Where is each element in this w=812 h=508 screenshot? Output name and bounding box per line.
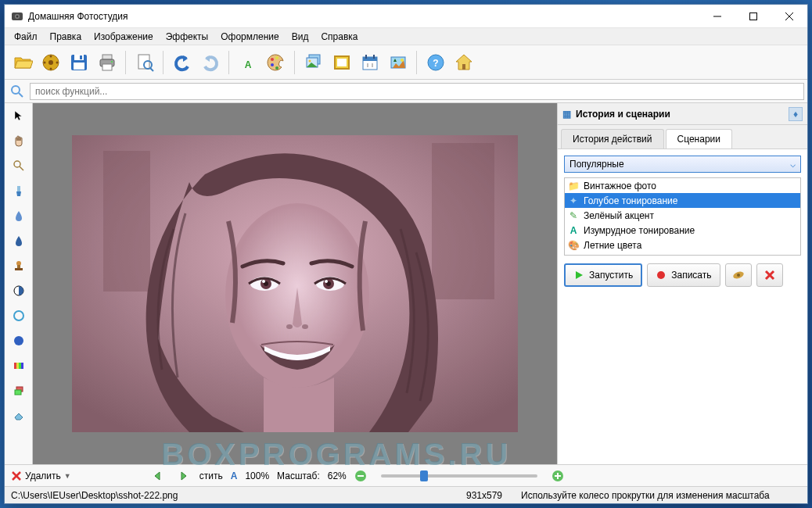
panel-title: История и сценарии [576,109,670,120]
scenario-item[interactable]: ✦Голубое тонирование [565,193,800,208]
postcard-button[interactable] [385,49,411,76]
panel-header: ▦ История и сценарии ♦ [558,103,807,125]
tab-content: Популярные ⌵ 📁Винтажное фото ✦Голубое то… [558,148,807,464]
menubar: Файл Правка Изображение Эффекты Оформлен… [5,28,807,45]
menu-help[interactable]: Справка [314,30,364,44]
svg-rect-16 [74,63,84,70]
menu-decoration[interactable]: Оформление [214,30,285,44]
undo-button[interactable] [169,49,196,76]
scale-letter[interactable]: А [231,470,238,481]
zoom-slider[interactable] [381,474,537,478]
svg-rect-14 [74,55,84,60]
status-dimensions: 931x579 [457,490,512,501]
main-toolbar: A ? [5,45,807,80]
main-area: ▦ История и сценарии ♦ История действий … [5,103,807,464]
svg-point-31 [309,59,311,62]
text-button[interactable]: A [235,49,261,76]
svg-point-10 [50,67,52,70]
scale-label: Масштаб: [277,470,320,481]
zoom-handle[interactable] [420,470,428,481]
home-button[interactable] [451,49,477,76]
zoom-tool[interactable] [9,156,28,175]
menu-file[interactable]: Файл [8,30,44,44]
statusbar: C:\Users\IEUser\Desktop\sshot-222.png 93… [5,486,807,503]
preview-button[interactable] [131,49,158,76]
collapse-button[interactable]: ♦ [789,107,803,121]
pencil-icon: ✎ [568,210,579,221]
batch-button[interactable] [38,49,64,76]
svg-rect-15 [80,55,82,59]
svg-rect-58 [19,363,21,369]
redo-button[interactable] [197,49,224,76]
zoom-out-icon[interactable] [354,470,367,482]
titlebar: Домашняя Фотостудия [5,5,807,28]
run-button[interactable]: Запустить [564,263,642,287]
separator [416,51,418,74]
maximize-button[interactable] [735,5,771,28]
app-icon [11,10,23,23]
scenario-list[interactable]: 📁Винтажное фото ✦Голубое тонирование ✎Зе… [564,177,801,256]
search-input[interactable] [30,83,804,100]
tab-history[interactable]: История действий [561,129,664,148]
svg-line-46 [19,93,23,97]
left-toolbar [5,103,33,464]
stamp-tool[interactable] [9,256,28,275]
palette-button[interactable] [263,49,289,76]
help-button[interactable]: ? [422,49,449,76]
right-panel: ▦ История и сценарии ♦ История действий … [557,103,807,464]
frame-button[interactable] [329,49,355,76]
svg-rect-61 [15,390,21,395]
menu-image[interactable]: Изображение [88,30,160,44]
scenario-item[interactable]: ✎Зелёный акцент [565,208,800,223]
images-button[interactable] [300,49,327,76]
menu-view[interactable]: Вид [286,30,315,44]
delete-scenario-button[interactable] [756,263,783,287]
gradient-tool[interactable] [9,356,28,375]
svg-point-45 [12,86,20,94]
menu-effects[interactable]: Эффекты [160,30,215,44]
close-button[interactable] [771,5,807,28]
circle-tool[interactable] [9,331,28,350]
save-button[interactable] [66,49,92,76]
svg-point-12 [56,61,59,63]
scenario-item[interactable]: 📁Винтажное фото [565,178,800,193]
tab-scenarios[interactable]: Сценарии [666,129,732,148]
calendar-button[interactable] [357,49,383,76]
layers-tool[interactable] [9,381,28,400]
open-folder-button[interactable] [9,49,36,76]
scenario-item[interactable]: 🎨Летние цвета [565,238,800,252]
folder-icon: 📁 [568,181,579,191]
delete-button[interactable]: Удалить ▼ [11,470,71,481]
next-button[interactable] [174,467,192,485]
record-button[interactable]: Записать [647,263,720,287]
svg-rect-63 [103,151,150,292]
drop-tool[interactable] [9,206,28,225]
contrast-tool[interactable] [9,281,28,300]
ring-tool[interactable] [9,306,28,325]
zoom-in-icon[interactable] [552,470,564,482]
svg-rect-19 [102,64,112,70]
brush-tool[interactable] [9,181,28,200]
prev-button[interactable] [149,467,167,485]
status-path: C:\Users\IEUser\Desktop\sshot-222.png [11,490,457,501]
titlebar-text: Домашняя Фотостудия [28,11,699,22]
pointer-tool[interactable] [9,106,28,125]
canvas-area[interactable] [33,103,557,464]
svg-point-26 [271,63,274,66]
print-button[interactable] [94,49,120,76]
eraser-tool[interactable] [9,406,28,425]
edit-scenario-button[interactable] [725,263,752,287]
scenario-category-dropdown[interactable]: Популярные ⌵ [564,156,801,173]
svg-line-23 [150,68,153,71]
window-controls [699,5,807,28]
minimize-button[interactable] [699,5,735,28]
drop2-tool[interactable] [9,231,28,250]
scale-100[interactable]: 100% [245,470,269,481]
hand-tool[interactable] [9,131,28,150]
scenario-item[interactable]: AИзумрудное тонирование [565,223,800,238]
svg-rect-64 [432,143,494,299]
svg-point-28 [275,56,278,59]
menu-edit[interactable]: Правка [44,30,88,44]
svg-point-27 [275,66,278,70]
svg-point-55 [14,336,23,345]
